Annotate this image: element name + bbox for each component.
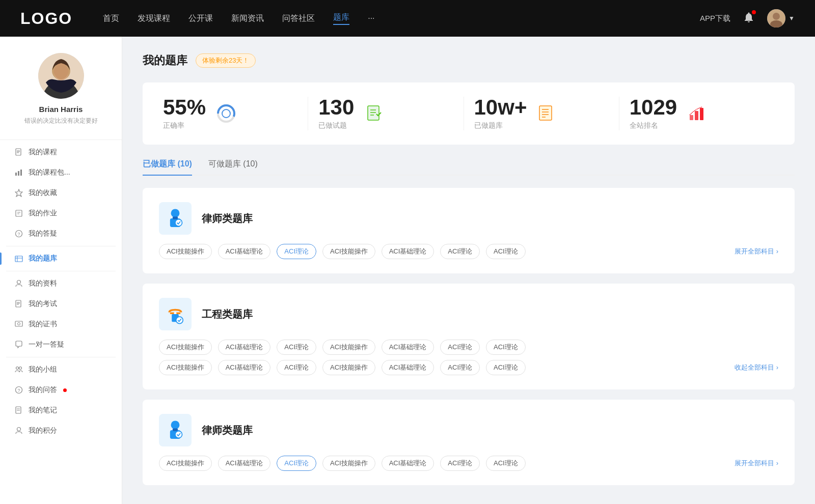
sidebar-item-1to1-qa[interactable]: 一对一答疑: [6, 334, 116, 355]
tag-eng-2[interactable]: ACI理论: [277, 340, 316, 355]
tag-eng-0[interactable]: ACI技能操作: [159, 340, 212, 355]
nav-qa[interactable]: 问答社区: [282, 13, 315, 24]
accuracy-icon: [215, 102, 237, 125]
tag-lawyer1-2[interactable]: ACI理论: [277, 244, 316, 259]
page-header: 我的题库 体验剩余23天！: [143, 53, 795, 68]
lawyer-icon-svg: [164, 207, 186, 230]
sidebar-label-my-questions: 我的问答: [29, 385, 57, 395]
tag-lawyer1-1[interactable]: ACI基础理论: [218, 244, 271, 259]
bank-card-lawyer-1-header: 律师类题库: [159, 202, 778, 235]
sidebar-divider-4: [6, 357, 116, 357]
tag-eng-4[interactable]: ACI基础理论: [382, 340, 434, 355]
sidebar-label-homework: 我的作业: [29, 209, 57, 218]
engineer-bank-icon: [159, 298, 192, 330]
stat-accuracy-label: 正确率: [163, 121, 206, 130]
bank-lawyer-1-tags: ACI技能操作 ACI基础理论 ACI理论 ACI技能操作 ACI基础理论 AC…: [159, 244, 778, 259]
app-download-link[interactable]: APP下载: [700, 14, 730, 23]
tabs-row: 已做题库 (10) 可做题库 (10): [143, 159, 795, 176]
nav-discover[interactable]: 发现课程: [138, 13, 170, 24]
tag-eng2-6[interactable]: ACI理论: [486, 360, 526, 375]
sidebar-item-my-course[interactable]: 我的课程: [6, 142, 116, 162]
tag-eng2-1[interactable]: ACI基础理论: [218, 360, 271, 375]
tag-eng-5[interactable]: ACI理论: [440, 340, 480, 355]
notification-bell[interactable]: [743, 11, 755, 25]
sidebar-label-1to1-qa: 一对一答疑: [29, 340, 64, 349]
stat-accuracy: 55% 正确率: [163, 97, 308, 130]
svg-rect-53: [700, 108, 703, 120]
list-icon: [537, 104, 557, 123]
tag-lawyer2-6[interactable]: ACI理论: [486, 456, 526, 471]
svg-point-1: [773, 13, 780, 20]
nav-question-bank[interactable]: 题库: [333, 12, 349, 25]
nav-open-course[interactable]: 公开课: [188, 13, 213, 24]
tag-eng2-3[interactable]: ACI技能操作: [322, 360, 375, 375]
expand-link-lawyer2[interactable]: 展开全部科目 ›: [735, 459, 778, 468]
tag-lawyer1-3[interactable]: ACI技能操作: [322, 244, 375, 259]
points-icon: [14, 426, 23, 435]
tag-lawyer1-0[interactable]: ACI技能操作: [159, 244, 212, 259]
sidebar-item-my-notes[interactable]: 我的笔记: [6, 400, 116, 421]
tag-lawyer1-5[interactable]: ACI理论: [440, 244, 480, 259]
notes-icon: [14, 406, 23, 415]
nav-items: 首页 发现课程 公开课 新闻资讯 问答社区 题库 ···: [103, 12, 680, 25]
tag-lawyer2-5[interactable]: ACI理论: [440, 456, 480, 471]
bank-engineer-tags-row1: ACI技能操作 ACI基础理论 ACI理论 ACI技能操作 ACI基础理论 AC…: [159, 340, 778, 355]
tag-lawyer2-1[interactable]: ACI基础理论: [218, 456, 271, 471]
sidebar: Brian Harris 错误的决定比没有决定要好 我的课程 我的课程包...: [0, 37, 122, 504]
user-avatar-nav[interactable]: ▼: [767, 9, 795, 27]
tag-eng-6[interactable]: ACI理论: [486, 340, 526, 355]
nav-home[interactable]: 首页: [103, 13, 119, 24]
sidebar-item-course-package[interactable]: 我的课程包...: [6, 162, 116, 183]
sidebar-label-course-package: 我的课程包...: [29, 168, 70, 177]
svg-point-28: [18, 323, 20, 325]
tag-lawyer2-3[interactable]: ACI技能操作: [322, 456, 375, 471]
tag-eng-1[interactable]: ACI基础理论: [218, 340, 271, 355]
svg-point-39: [222, 109, 230, 118]
tag-lawyer1-6[interactable]: ACI理论: [486, 244, 526, 259]
bank-lawyer-2-tags: ACI技能操作 ACI基础理论 ACI理论 ACI技能操作 ACI基础理论 AC…: [159, 456, 778, 471]
tag-eng2-2[interactable]: ACI理论: [277, 360, 316, 375]
tag-eng2-5[interactable]: ACI理论: [440, 360, 480, 375]
tag-eng-3[interactable]: ACI技能操作: [322, 340, 375, 355]
sidebar-item-favorites[interactable]: 我的收藏: [6, 183, 116, 203]
bar-chart-icon: [14, 168, 23, 177]
sidebar-item-question-bank[interactable]: 我的题库: [6, 248, 116, 269]
tab-done-banks[interactable]: 已做题库 (10): [143, 159, 192, 176]
collapse-link-engineer[interactable]: 收起全部科目 ›: [735, 363, 778, 372]
tag-lawyer1-4[interactable]: ACI基础理论: [382, 244, 434, 259]
sidebar-label-favorites: 我的收藏: [29, 188, 57, 198]
nav-news[interactable]: 新闻资讯: [231, 13, 264, 24]
sidebar-label-my-exam: 我的考试: [29, 299, 57, 309]
stats-panel: 55% 正确率 130 已做试题: [143, 82, 795, 145]
sidebar-item-my-group[interactable]: 我的小组: [6, 359, 116, 380]
questions-notification-dot: [63, 388, 67, 392]
sidebar-item-my-questions[interactable]: ? 我的问答: [6, 380, 116, 400]
sidebar-item-my-points[interactable]: 我的积分: [6, 421, 116, 441]
ranking-icon: [686, 102, 709, 125]
tag-lawyer2-2[interactable]: ACI理论: [277, 456, 316, 471]
sidebar-item-my-profile[interactable]: 我的资料: [6, 273, 116, 294]
tab-available-banks[interactable]: 可做题库 (10): [208, 159, 258, 176]
sidebar-item-my-cert[interactable]: 我的证书: [6, 314, 116, 334]
tag-eng2-4[interactable]: ACI基础理论: [382, 360, 434, 375]
sidebar-item-my-qa[interactable]: ? 我的答疑: [6, 223, 116, 244]
nav-avatar-svg: [767, 9, 785, 27]
stat-banks-label: 已做题库: [474, 121, 527, 130]
sidebar-item-my-exam[interactable]: 我的考试: [6, 294, 116, 314]
tag-lawyer2-4[interactable]: ACI基础理论: [382, 456, 434, 471]
tag-eng2-0[interactable]: ACI技能操作: [159, 360, 212, 375]
stat-banks-number: 10w+: [474, 97, 527, 118]
sidebar-label-my-course: 我的课程: [29, 148, 57, 157]
sidebar-item-homework[interactable]: 我的作业: [6, 203, 116, 223]
svg-rect-12: [20, 170, 22, 176]
question-icon: ?: [14, 229, 23, 238]
svg-rect-27: [15, 321, 22, 326]
tag-lawyer2-0[interactable]: ACI技能操作: [159, 456, 212, 471]
bank-name-lawyer-1: 律师类题库: [202, 212, 253, 226]
stat-ranking: 1029 全站排名: [619, 97, 774, 130]
main-content: 我的题库 体验剩余23天！ 55% 正确率: [122, 37, 815, 504]
expand-link-lawyer1[interactable]: 展开全部科目 ›: [735, 247, 778, 256]
sidebar-label-my-points: 我的积分: [29, 426, 57, 435]
svg-rect-51: [690, 115, 693, 120]
nav-more[interactable]: ···: [368, 14, 374, 23]
